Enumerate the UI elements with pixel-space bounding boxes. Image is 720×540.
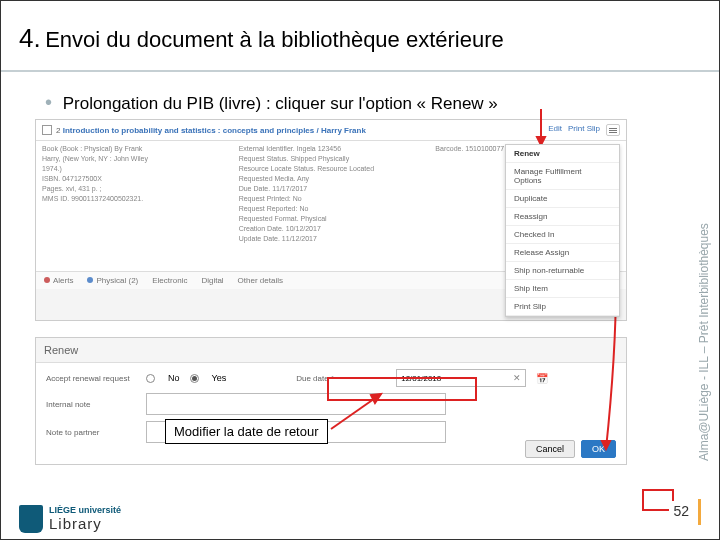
row-actions-dropdown: Renew Manage Fulfillment Options Duplica…	[505, 144, 620, 317]
note-partner-label: Note to partner	[46, 428, 136, 437]
radio-yes-label: Yes	[212, 373, 227, 383]
meta-line: External Identifier. Ingela 123456	[239, 145, 424, 152]
dropdown-print-slip[interactable]: Print Slip	[506, 298, 619, 316]
record-title-link[interactable]: Introduction to probability and statisti…	[63, 126, 366, 135]
record-col-a: Book (Book : Physical) By Frank Harry, (…	[42, 145, 227, 267]
dropdown-ship-item[interactable]: Ship Item	[506, 280, 619, 298]
record-col-b: External Identifier. Ingela 123456 Reque…	[239, 145, 424, 267]
meta-line: Pages. xvi, 431 p. ;	[42, 185, 227, 192]
tab-other[interactable]: Other details	[238, 276, 283, 285]
meta-line: Harry, (New York, NY : John Wiley	[42, 155, 227, 162]
internal-note-label: Internal note	[46, 400, 136, 409]
radio-no[interactable]	[146, 374, 155, 383]
footer-logo: LIÈGE université Library	[19, 505, 121, 533]
row-checkbox[interactable]	[42, 125, 52, 135]
logo-shield-icon	[19, 505, 43, 533]
dropdown-checkedin[interactable]: Checked In	[506, 226, 619, 244]
slide-title: 4. Envoi du document à la bibliothèque e…	[1, 13, 719, 72]
row-index: 2	[56, 126, 60, 135]
logo-library: Library	[49, 516, 121, 533]
alma-record-screenshot: 2 Introduction to probability and statis…	[35, 119, 627, 321]
dropdown-reassign[interactable]: Reassign	[506, 208, 619, 226]
meta-line: Request Reported: No	[239, 205, 424, 212]
dropdown-ship-nonret[interactable]: Ship non-returnable	[506, 262, 619, 280]
annotation-label-modify: Modifier la date de retour	[165, 419, 328, 444]
meta-line: 1974.)	[42, 165, 227, 172]
meta-line: Request Status. Shipped Physically	[239, 155, 424, 162]
meta-line: Resource Locate Status. Resource Located	[239, 165, 424, 172]
title-number: 4.	[19, 23, 41, 53]
dropdown-duplicate[interactable]: Duplicate	[506, 190, 619, 208]
radio-yes[interactable]	[190, 374, 199, 383]
tab-alerts[interactable]: Alerts	[44, 276, 73, 285]
slide-sidebar-text: Alma@ULiège - ILL – Prêt Interbibliothèq…	[697, 151, 711, 461]
meta-line: MMS ID. 990011372400502321.	[42, 195, 227, 202]
title-text: Envoi du document à la bibliothèque exté…	[45, 27, 504, 52]
meta-line: Update Date. 11/12/2017	[239, 235, 424, 242]
dropdown-release[interactable]: Release Assign	[506, 244, 619, 262]
page-number: 52	[669, 501, 693, 521]
radio-no-label: No	[168, 373, 180, 383]
dropdown-manage[interactable]: Manage Fulfillment Options	[506, 163, 619, 190]
meta-line: Requested Media. Any	[239, 175, 424, 182]
dropdown-renew[interactable]: Renew	[506, 145, 619, 163]
meta-line: Due Date. 11/17/2017	[239, 185, 424, 192]
meta-line: Creation Date. 10/12/2017	[239, 225, 424, 232]
meta-line: Request Printed: No	[239, 195, 424, 202]
meta-line: Book (Book : Physical) By Frank	[42, 145, 227, 152]
meta-line: Requested Format. Physical	[239, 215, 424, 222]
meta-line: ISBN. 047127500X	[42, 175, 227, 182]
svg-marker-2	[602, 441, 610, 449]
accept-label: Accept renewal request	[46, 374, 136, 383]
bullet-dot: •	[45, 91, 52, 113]
tab-physical[interactable]: Physical (2)	[87, 276, 138, 285]
tab-electronic[interactable]: Electronic	[152, 276, 187, 285]
tab-digital[interactable]: Digital	[201, 276, 223, 285]
